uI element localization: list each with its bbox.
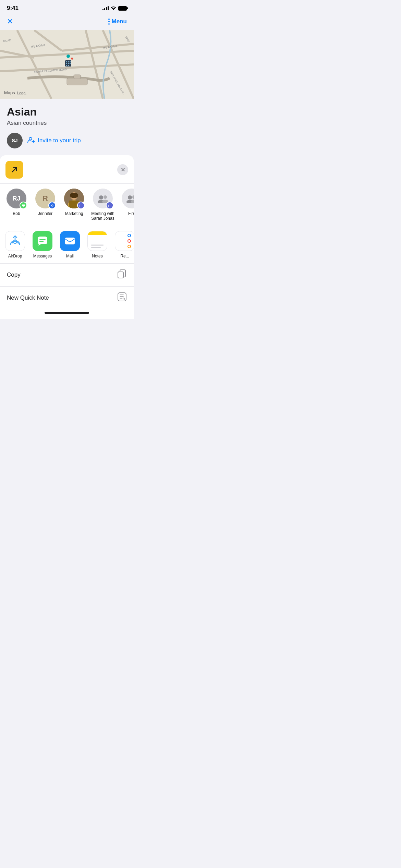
svg-text:T: T xyxy=(108,204,110,207)
teams-badge-meeting: T xyxy=(106,202,113,209)
menu-label: Menu xyxy=(112,18,127,25)
person-name-jennifer: Jennifer xyxy=(38,211,53,216)
messages-app-icon xyxy=(33,231,52,251)
svg-rect-15 xyxy=(67,78,87,85)
person-avatar-marketing: T xyxy=(64,189,84,208)
svg-rect-21 xyxy=(66,63,67,64)
airdrop-app-icon xyxy=(5,231,25,251)
reminder-dot-red xyxy=(127,239,131,243)
copy-icon xyxy=(117,269,127,281)
more-icon xyxy=(108,19,110,25)
mail-app-icon xyxy=(60,231,80,251)
svg-rect-18 xyxy=(66,61,67,62)
share-sheet: ✕ RJ Bob R xyxy=(0,155,134,319)
person-name-meeting: Meeting withSarah Jonas xyxy=(91,211,114,221)
reminders-app-icon xyxy=(115,231,134,251)
notes-app-label: Notes xyxy=(92,254,102,258)
person-bob[interactable]: RJ Bob xyxy=(4,189,29,221)
add-person-icon xyxy=(27,137,35,145)
svg-rect-16 xyxy=(74,75,81,79)
top-nav: ✕ Menu xyxy=(0,14,134,30)
location-subtitle: Asian countries xyxy=(7,120,127,126)
apple-logo: Maps xyxy=(4,90,15,95)
notes-app-icon xyxy=(87,231,107,251)
app-mail[interactable]: Mail xyxy=(59,231,81,258)
invite-label: Invite to your trip xyxy=(38,137,81,144)
invite-button[interactable]: Invite to your trip xyxy=(27,137,81,145)
quick-note-icon xyxy=(117,292,127,304)
svg-rect-57 xyxy=(38,237,47,244)
svg-rect-19 xyxy=(68,61,69,62)
person-jennifer[interactable]: R Jennifer xyxy=(33,189,58,221)
share-header: ✕ xyxy=(0,155,134,184)
svg-point-51 xyxy=(132,195,134,199)
svg-rect-20 xyxy=(70,61,71,62)
person-marketing[interactable]: T Marketing xyxy=(62,189,86,221)
airdrop-app-label: AirDrop xyxy=(8,254,22,258)
avatar-sj: SJ xyxy=(7,133,23,148)
home-indicator xyxy=(0,309,134,319)
person-name-marketing: Marketing xyxy=(65,211,83,216)
people-row: RJ Bob R xyxy=(0,184,134,226)
new-quick-note-action[interactable]: New Quick Note xyxy=(0,287,134,309)
mail-app-label: Mail xyxy=(66,254,74,258)
share-close-button[interactable]: ✕ xyxy=(117,164,128,175)
status-bar: 9:41 xyxy=(0,0,134,14)
messages-app-label: Messages xyxy=(33,254,52,258)
reminder-dot-blue xyxy=(127,234,131,237)
person-name-bob: Bob xyxy=(13,211,20,216)
share-app-icon xyxy=(5,161,23,179)
location-title: Asian xyxy=(7,106,127,118)
signal-badge-icon xyxy=(48,202,56,209)
map-watermark: Maps Legal xyxy=(4,90,26,95)
reminder-dot-orange xyxy=(127,245,131,248)
person-name-first: Firs xyxy=(128,211,134,216)
copy-label: Copy xyxy=(7,272,21,278)
messages-badge-icon xyxy=(20,202,27,209)
svg-rect-60 xyxy=(65,238,75,244)
app-messages[interactable]: Messages xyxy=(32,231,53,258)
app-row: AirDrop Messages Mail xyxy=(0,226,134,264)
copy-action[interactable]: Copy xyxy=(0,264,134,287)
status-time: 9:41 xyxy=(7,5,19,12)
svg-rect-58 xyxy=(39,239,46,240)
home-bar xyxy=(45,312,89,314)
person-avatar-meeting: T xyxy=(93,189,113,208)
svg-text:♥: ♥ xyxy=(71,56,73,61)
app-notes[interactable]: Notes xyxy=(86,231,108,258)
svg-rect-61 xyxy=(118,272,123,278)
battery-icon xyxy=(118,6,127,11)
svg-rect-23 xyxy=(70,63,71,64)
invite-row: SJ Invite to your trip xyxy=(7,133,127,148)
map-view: MV ROAD MV ROAD ROAD SAHAR ELEVATED ROAD… xyxy=(0,30,134,99)
app-reminders[interactable]: Re... xyxy=(114,231,134,258)
person-first[interactable]: T Firs xyxy=(119,189,134,221)
legal-link[interactable]: Legal xyxy=(17,91,26,95)
svg-rect-24 xyxy=(66,65,67,66)
svg-point-35 xyxy=(52,205,53,206)
svg-point-43 xyxy=(99,195,103,200)
person-avatar-bob: RJ xyxy=(7,189,26,208)
person-avatar-first: T xyxy=(122,189,134,208)
status-icons xyxy=(102,6,127,11)
new-quick-note-label: New Quick Note xyxy=(7,294,49,301)
app-airdrop[interactable]: AirDrop xyxy=(4,231,26,258)
svg-rect-22 xyxy=(68,63,69,64)
svg-rect-59 xyxy=(39,241,44,242)
wifi-icon xyxy=(111,6,116,11)
svg-point-49 xyxy=(128,195,132,200)
person-meeting-sarah[interactable]: T Meeting withSarah Jonas xyxy=(90,189,115,221)
svg-point-40 xyxy=(70,193,78,198)
close-button[interactable]: ✕ xyxy=(7,17,13,26)
menu-button[interactable]: Menu xyxy=(108,18,127,25)
svg-rect-25 xyxy=(68,65,69,66)
svg-text:T: T xyxy=(79,204,81,207)
svg-point-27 xyxy=(66,55,70,58)
svg-point-45 xyxy=(104,195,107,199)
svg-rect-62 xyxy=(118,293,126,301)
person-avatar-jennifer: R xyxy=(35,189,55,208)
location-info: Asian Asian countries SJ Invite to your … xyxy=(0,99,134,154)
teams-badge-marketing: T xyxy=(77,202,85,209)
reminders-app-label: Re... xyxy=(120,254,129,258)
signal-icon xyxy=(102,6,109,10)
